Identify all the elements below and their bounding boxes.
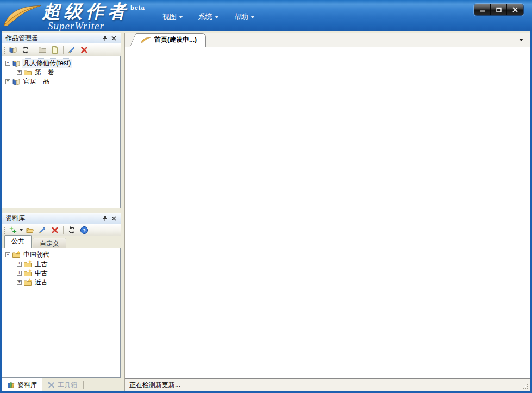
pen-icon xyxy=(67,46,76,54)
menu-view-label: 视图 xyxy=(162,12,177,22)
bottom-tab-library-label: 资料库 xyxy=(17,381,37,390)
maximize-button[interactable] xyxy=(491,4,507,15)
collapse-expander[interactable]: - xyxy=(5,252,10,257)
refresh-button[interactable] xyxy=(20,45,31,55)
panel-close-button[interactable] xyxy=(109,34,118,42)
app-title-en: SuperWriter xyxy=(42,20,144,32)
menu-help[interactable]: 帮助 xyxy=(234,12,255,22)
works-panel-title: 作品管理器 xyxy=(5,34,101,43)
resize-grip-icon[interactable] xyxy=(522,383,529,390)
edit-button[interactable] xyxy=(37,225,48,236)
folder-sparkle-icon xyxy=(23,260,32,269)
document-content xyxy=(125,47,530,379)
tree-row[interactable]: + 第一卷 xyxy=(2,68,120,77)
tab-public-label: 公共 xyxy=(11,237,24,245)
expand-expander[interactable]: + xyxy=(17,262,22,267)
delete-x-icon xyxy=(80,46,89,54)
library-panel-caption: 资料库 xyxy=(2,213,121,224)
chevron-down-icon xyxy=(251,16,255,18)
window-controls xyxy=(474,4,523,15)
delete-button[interactable] xyxy=(79,45,90,55)
tree-item-label: 第一卷 xyxy=(34,68,55,77)
pin-button[interactable] xyxy=(101,214,109,223)
tab-home[interactable]: 首页(建设中...) xyxy=(137,33,206,47)
tree-item-label: 中国朝代 xyxy=(22,250,51,259)
book-add-icon xyxy=(9,46,17,54)
tree-item-label: 官居一品 xyxy=(22,77,51,86)
add-dropdown-icon[interactable] xyxy=(20,229,23,231)
delete-x-icon xyxy=(51,226,59,234)
main-area: 首页(建设中...) 正在检测新更新... xyxy=(124,33,530,391)
collapse-expander[interactable]: - xyxy=(5,61,10,66)
maximize-icon xyxy=(496,7,502,12)
pushpin-icon xyxy=(102,215,108,221)
left-dock: 作品管理器 xyxy=(2,33,121,391)
chevron-down-icon xyxy=(179,16,183,18)
tree-row[interactable]: - 中国朝代 xyxy=(2,250,120,259)
bottom-tab-library[interactable]: 资料库 xyxy=(2,378,42,391)
open-folder-icon xyxy=(26,226,34,234)
tab-public[interactable]: 公共 xyxy=(4,235,32,248)
refresh-icon xyxy=(21,46,30,54)
tab-custom[interactable]: 自定义 xyxy=(33,238,66,248)
folder-button[interactable] xyxy=(37,45,48,55)
toolbar-grip xyxy=(3,46,5,54)
help-button[interactable]: ? xyxy=(79,225,90,236)
folder-sparkle-icon xyxy=(12,251,21,259)
add-book-button[interactable] xyxy=(8,45,18,55)
pen-icon xyxy=(38,226,47,234)
toolbar-separator xyxy=(63,226,64,234)
expand-expander[interactable]: + xyxy=(17,280,22,285)
tree-row[interactable]: + 官居一品 xyxy=(2,77,120,86)
tree-item-label: 中古 xyxy=(34,269,49,278)
minimize-icon xyxy=(480,7,485,12)
library-panel-title: 资料库 xyxy=(5,214,101,223)
refresh-button[interactable] xyxy=(66,225,77,236)
bottom-tab-toolbox-label: 工具箱 xyxy=(58,381,77,390)
vertical-splitter[interactable] xyxy=(121,33,124,391)
expand-expander[interactable]: + xyxy=(17,70,22,75)
app-window: 超级作者beta SuperWriter 视图 系统 帮助 xyxy=(0,0,532,393)
tab-list-dropdown-button[interactable] xyxy=(517,36,525,43)
help-icon: ? xyxy=(80,226,89,234)
bottom-tab-toolbox[interactable]: 工具箱 xyxy=(42,378,82,391)
feather-icon xyxy=(141,36,152,43)
menu-view[interactable]: 视图 xyxy=(162,12,183,22)
chevron-down-icon xyxy=(519,39,523,41)
folder-icon xyxy=(23,68,32,77)
tree-row[interactable]: + 上古 xyxy=(2,259,120,269)
tree-item-label: 近古 xyxy=(34,278,49,287)
pushpin-icon xyxy=(102,35,108,41)
folder-sparkle-icon xyxy=(23,269,32,278)
expand-expander[interactable]: + xyxy=(17,271,22,276)
tree-item-label: 上古 xyxy=(34,259,49,269)
tree-row[interactable]: + 近古 xyxy=(2,278,120,287)
beta-badge: beta xyxy=(130,4,145,11)
add-item-button[interactable] xyxy=(8,225,18,236)
titlebar: 超级作者beta SuperWriter 视图 系统 帮助 xyxy=(0,0,532,31)
close-button[interactable] xyxy=(507,4,523,15)
toolbar-separator xyxy=(34,46,34,54)
expand-expander[interactable]: + xyxy=(5,79,10,84)
library-tabs: 公共 自定义 xyxy=(2,236,121,248)
tree-row[interactable]: + 中古 xyxy=(2,269,120,278)
delete-button[interactable] xyxy=(49,225,60,236)
tab-custom-label: 自定义 xyxy=(40,240,59,248)
tree-row[interactable]: - 凡人修仙传(test) xyxy=(2,59,120,68)
books-icon xyxy=(7,381,15,389)
edit-button[interactable] xyxy=(66,45,77,55)
app-feather-logo-icon xyxy=(2,3,42,29)
open-folder-button[interactable] xyxy=(24,225,35,236)
document-tabstrip: 首页(建设中...) xyxy=(125,33,530,47)
book-icon xyxy=(12,59,21,68)
refresh-icon xyxy=(67,226,76,234)
panel-close-button[interactable] xyxy=(109,214,118,223)
menu-system[interactable]: 系统 xyxy=(198,12,219,22)
status-message: 正在检测新更新... xyxy=(129,381,180,390)
toolbar-separator xyxy=(63,46,64,54)
minimize-button[interactable] xyxy=(474,4,491,15)
close-icon xyxy=(512,7,518,12)
pin-button[interactable] xyxy=(101,34,109,42)
new-document-button[interactable] xyxy=(49,45,60,55)
works-panel-caption: 作品管理器 xyxy=(2,33,121,43)
